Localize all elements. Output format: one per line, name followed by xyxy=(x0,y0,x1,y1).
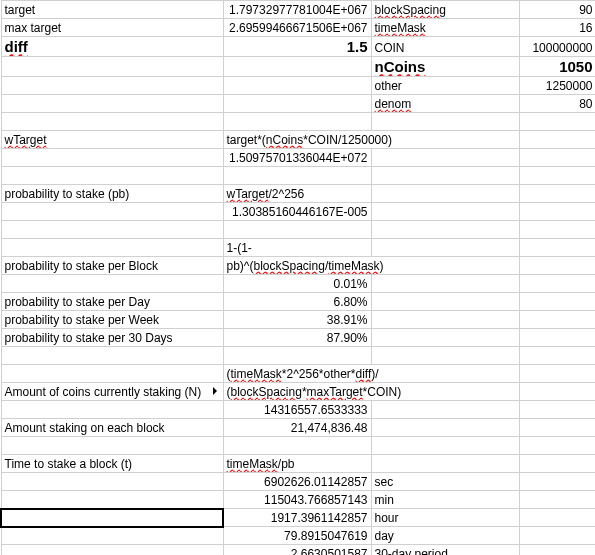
cell-empty[interactable] xyxy=(519,545,595,556)
value-diff[interactable]: 1.5 xyxy=(223,37,371,57)
cell-empty[interactable] xyxy=(371,149,519,167)
cell-empty[interactable] xyxy=(371,113,519,131)
label-pb-day[interactable]: probability to stake per Day xyxy=(1,293,223,311)
value-amount-staking[interactable]: 14316557.6533333 xyxy=(223,401,371,419)
cell-empty[interactable] xyxy=(1,203,223,221)
cell-empty[interactable] xyxy=(519,491,595,509)
label-coin[interactable]: COIN xyxy=(371,37,519,57)
cell-empty[interactable] xyxy=(519,149,595,167)
cell-empty[interactable] xyxy=(223,113,371,131)
label-blockspacing[interactable]: blockSpacing xyxy=(371,1,519,19)
value-time-30day[interactable]: 2.6630501587 xyxy=(223,545,371,556)
unit-sec[interactable]: sec xyxy=(371,473,519,491)
unit-30day[interactable]: 30-day period xyxy=(371,545,519,556)
label-other[interactable]: other xyxy=(371,77,519,95)
cell-empty[interactable] xyxy=(1,275,223,293)
value-pb[interactable]: 1.30385160446167E-005 xyxy=(223,203,371,221)
cell-empty[interactable] xyxy=(371,401,519,419)
cell-empty[interactable] xyxy=(371,455,519,473)
cell-empty[interactable] xyxy=(519,365,595,383)
cell-empty[interactable] xyxy=(1,437,223,455)
value-amount-each-block[interactable]: 21,474,836.48 xyxy=(223,419,371,437)
cell-empty[interactable] xyxy=(223,57,371,77)
cell-empty[interactable] xyxy=(223,347,371,365)
label-denom[interactable]: denom xyxy=(371,95,519,113)
unit-hour[interactable]: hour xyxy=(371,509,519,527)
cell-empty[interactable] xyxy=(1,77,223,95)
label-ncoins[interactable]: nCoins xyxy=(371,57,519,77)
selected-cell[interactable] xyxy=(1,509,223,527)
label-amount-each-block[interactable]: Amount staking on each block xyxy=(1,419,223,437)
cell-empty[interactable] xyxy=(371,203,519,221)
value-time-sec[interactable]: 6902626.01142857 xyxy=(223,473,371,491)
formula-wtarget[interactable]: target*(nCoins*COIN/1250000) xyxy=(223,131,519,149)
cell-empty[interactable] xyxy=(223,167,371,185)
value-pb-30d[interactable]: 87.90% xyxy=(223,329,371,347)
cell-empty[interactable] xyxy=(371,347,519,365)
cell-empty[interactable] xyxy=(519,185,595,203)
cell-empty[interactable] xyxy=(519,347,595,365)
label-amount-staking[interactable]: Amount of coins currently staking (N) xyxy=(1,383,223,401)
cell-empty[interactable] xyxy=(1,365,223,383)
cell-empty[interactable] xyxy=(519,311,595,329)
formula-amount-staking-pt2[interactable]: (blockSpacing*maxTarget*COIN) xyxy=(223,383,519,401)
cell-empty[interactable] xyxy=(519,275,595,293)
cell-empty[interactable] xyxy=(1,545,223,556)
cell-empty[interactable] xyxy=(1,95,223,113)
value-time-min[interactable]: 115043.766857143 xyxy=(223,491,371,509)
label-timemask[interactable]: timeMask xyxy=(371,19,519,37)
value-time-day[interactable]: 79.8915047619 xyxy=(223,527,371,545)
cell-empty[interactable] xyxy=(1,347,223,365)
cell-empty[interactable] xyxy=(1,401,223,419)
cell-empty[interactable] xyxy=(1,149,223,167)
cell-empty[interactable] xyxy=(519,383,595,401)
cell-empty[interactable] xyxy=(519,131,595,149)
cell-empty[interactable] xyxy=(519,113,595,131)
cell-empty[interactable] xyxy=(371,221,519,239)
cell-empty[interactable] xyxy=(223,95,371,113)
value-timemask[interactable]: 16 xyxy=(519,19,595,37)
cell-empty[interactable] xyxy=(1,221,223,239)
value-blockspacing[interactable]: 90 xyxy=(519,1,595,19)
cell-empty[interactable] xyxy=(1,167,223,185)
cell-empty[interactable] xyxy=(519,257,595,275)
cell-empty[interactable] xyxy=(223,77,371,95)
cell-empty[interactable] xyxy=(371,293,519,311)
label-time-to-stake[interactable]: Time to stake a block (t) xyxy=(1,455,223,473)
label-pb-block[interactable]: probability to stake per Block xyxy=(1,257,223,275)
cell-empty[interactable] xyxy=(1,239,223,257)
label-wtarget[interactable]: wTarget xyxy=(1,131,223,149)
cell-empty[interactable] xyxy=(371,167,519,185)
cell-empty[interactable] xyxy=(519,293,595,311)
cell-empty[interactable] xyxy=(1,491,223,509)
cell-empty[interactable] xyxy=(1,527,223,545)
label-pb-30d[interactable]: probability to stake per 30 Days xyxy=(1,329,223,347)
label-diff[interactable]: diff xyxy=(1,37,223,57)
value-pb-day[interactable]: 6.80% xyxy=(223,293,371,311)
cell-empty[interactable] xyxy=(519,437,595,455)
value-maxtarget[interactable]: 2.69599466671506E+067 xyxy=(223,19,371,37)
cell-empty[interactable] xyxy=(519,509,595,527)
cell-empty[interactable] xyxy=(371,239,519,257)
unit-day[interactable]: day xyxy=(371,527,519,545)
cell-empty[interactable] xyxy=(371,437,519,455)
cell-empty[interactable] xyxy=(519,203,595,221)
cell-empty[interactable] xyxy=(519,401,595,419)
cell-empty[interactable] xyxy=(371,311,519,329)
cell-empty[interactable] xyxy=(519,329,595,347)
cell-empty[interactable] xyxy=(223,437,371,455)
value-pb-week[interactable]: 38.91% xyxy=(223,311,371,329)
unit-min[interactable]: min xyxy=(371,491,519,509)
cell-empty[interactable] xyxy=(519,419,595,437)
value-denom[interactable]: 80 xyxy=(519,95,595,113)
value-ncoins[interactable]: 1050 xyxy=(519,57,595,77)
formula-pb-block-pt2[interactable]: pb)^(blockSpacing/timeMask) xyxy=(223,257,519,275)
formula-amount-staking-pt1[interactable]: (timeMask*2^256*other*diff)/ xyxy=(223,365,519,383)
value-pb-block[interactable]: 0.01% xyxy=(223,275,371,293)
value-coin[interactable]: 100000000 xyxy=(519,37,595,57)
value-time-hour[interactable]: 1917.3961142857 xyxy=(223,509,371,527)
cell-empty[interactable] xyxy=(371,329,519,347)
cell-empty[interactable] xyxy=(1,113,223,131)
cell-empty[interactable] xyxy=(519,473,595,491)
cell-empty[interactable] xyxy=(1,473,223,491)
